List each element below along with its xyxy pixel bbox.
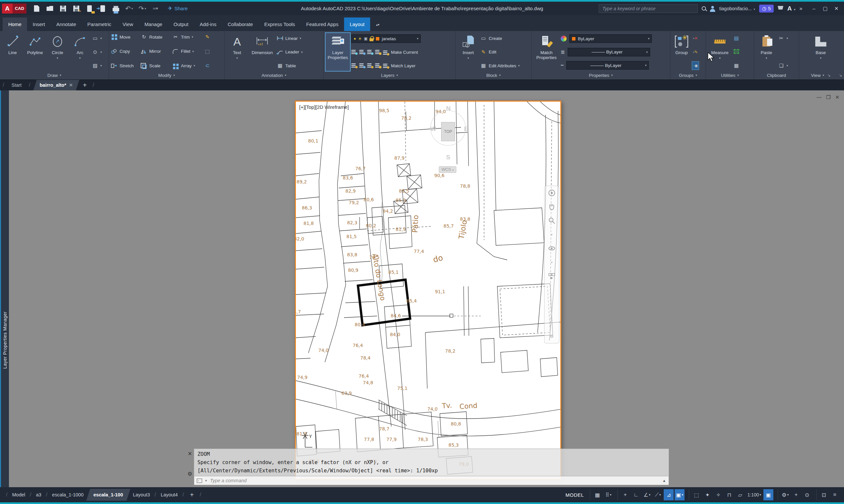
layout-paper-viewport[interactable]: [+][Top][2D Wireframe] xyxy=(295,101,561,480)
new-layout-button[interactable]: + xyxy=(187,491,197,499)
search-icon[interactable] xyxy=(702,6,706,11)
tab-home[interactable]: Home xyxy=(3,17,27,31)
plot-button[interactable] xyxy=(111,5,120,13)
viewcube-south[interactable]: S xyxy=(446,154,450,161)
explode-button[interactable]: ⬚ xyxy=(204,48,211,55)
file-tab-start[interactable]: Start xyxy=(7,80,27,90)
recent-commands-caret[interactable]: ▼ xyxy=(205,479,207,482)
layer-unisolate-button[interactable] xyxy=(359,50,365,55)
panel-title-clipboard[interactable]: Clipboard xyxy=(754,71,799,79)
tab-output[interactable]: Output xyxy=(168,17,194,31)
group-button[interactable]: ✳Group xyxy=(672,33,691,71)
zoom-flyout-caret[interactable]: ▾ xyxy=(548,230,556,239)
command-history[interactable]: ZOOM Specify corner of window, enter a s… xyxy=(194,449,669,476)
cut-button[interactable]: ✂▾ xyxy=(778,34,788,42)
minimize-button[interactable]: – xyxy=(809,4,819,13)
scale-button[interactable]: Scale xyxy=(141,62,171,70)
layer-freeze-button[interactable] xyxy=(367,50,373,55)
open-file-button[interactable] xyxy=(46,5,54,13)
redo-button[interactable]: ↷▾ xyxy=(138,5,147,13)
tab-annotate[interactable]: Annotate xyxy=(51,17,82,31)
wrench-icon[interactable]: ⚙ xyxy=(188,471,192,477)
clean-screen-button[interactable]: ⊡ xyxy=(819,489,829,500)
panel-title-modify[interactable]: Modify▾ xyxy=(109,71,224,79)
new-file-button[interactable] xyxy=(32,5,41,13)
layer-isolate-button[interactable] xyxy=(351,50,357,55)
grid-toggle[interactable]: ▦ xyxy=(592,489,602,500)
polyline-button[interactable]: Polyline xyxy=(24,33,46,71)
doc-minimize-button[interactable]: — xyxy=(816,94,822,100)
leader-button[interactable]: Leader▾ xyxy=(277,48,321,56)
base-button[interactable]: Base▾ xyxy=(810,33,831,71)
layer-lock-button[interactable] xyxy=(375,50,381,55)
copy-button[interactable]: Copy xyxy=(111,48,139,55)
layer-dropdown[interactable]: ● ☀ ▣ janelas ▾ xyxy=(351,34,421,43)
line-button[interactable]: Line xyxy=(2,33,23,71)
tab-express-tools[interactable]: Express Tools xyxy=(259,17,300,31)
layer-unlock-button[interactable] xyxy=(375,63,381,69)
annotation-visibility-toggle[interactable]: ✦ xyxy=(702,489,712,500)
viewcube-east[interactable]: E xyxy=(464,125,468,132)
command-input[interactable]: › ▼ Type a command ▲ xyxy=(194,476,669,485)
quick-select-button[interactable]: ▤ xyxy=(733,34,740,42)
layout-tab-layout3[interactable]: Layout3 xyxy=(131,492,152,498)
model-space-toggle[interactable]: MODEL xyxy=(562,489,588,500)
edit-block-button[interactable]: ✎Edit xyxy=(480,48,529,56)
ribbon-display-toggle[interactable]: ▴▾ xyxy=(374,21,382,28)
undo-button[interactable]: ↶▾ xyxy=(125,5,133,13)
object-snap-toggle[interactable]: ▣▾ xyxy=(675,489,685,500)
zoom-icon[interactable] xyxy=(548,216,556,225)
lineweight-dropdown[interactable]: ——— ByLayer▾ xyxy=(568,48,650,56)
orbit-icon[interactable] xyxy=(548,244,556,253)
share-button[interactable]: ✈ Share xyxy=(168,5,188,12)
offset-button[interactable]: ⊂ xyxy=(204,62,211,70)
viewport-scale-sync-toggle[interactable]: ▣ xyxy=(763,489,773,500)
annotation-autoscale-toggle[interactable]: ✧ xyxy=(713,489,723,500)
group-selection-toggle[interactable]: ▫◉ xyxy=(692,62,699,70)
viewport-controls-label[interactable]: [+][Top][2D Wireframe] xyxy=(299,104,349,110)
layout-tab-layout4[interactable]: Layout4 xyxy=(159,492,180,498)
layout-tab-escala-1-100[interactable]: escala_1-100 xyxy=(86,489,130,501)
array-button[interactable]: Array▾ xyxy=(172,62,203,70)
layer-on-button[interactable] xyxy=(359,63,365,69)
rectangle-tool-button[interactable]: ▭▾ xyxy=(92,34,102,42)
showmotion-icon[interactable] xyxy=(548,272,556,281)
maximize-button[interactable]: ▢ xyxy=(820,4,830,13)
match-layer-button[interactable]: Match Layer xyxy=(383,62,415,70)
text-button[interactable]: AText▾ xyxy=(226,33,248,71)
layout-tab-escala-1-1000[interactable]: escala_1-1000 xyxy=(50,492,86,498)
panel-title-properties[interactable]: Properties▾↘ xyxy=(532,71,670,79)
autodesk-app-button[interactable]: A ▾ xyxy=(787,5,795,12)
workspace-switching-button[interactable]: ⚙▾ xyxy=(780,489,790,500)
circle-button[interactable]: Circle▾ xyxy=(47,33,68,71)
paste-button[interactable]: Paste▾ xyxy=(756,33,777,71)
command-expand-icon[interactable]: ▲ xyxy=(662,479,666,483)
cart-icon[interactable] xyxy=(778,6,783,10)
mirror-button[interactable]: Mirror xyxy=(141,48,171,55)
save-to-web-button[interactable]: ➜ xyxy=(98,5,107,13)
tab-collaborate[interactable]: Collaborate xyxy=(222,17,259,31)
command-close-icon[interactable]: ✕ xyxy=(188,451,192,457)
overflow-chevrons[interactable]: » xyxy=(799,6,803,12)
viewcube[interactable]: N W E S TOP xyxy=(430,106,468,159)
new-drawing-tab-button[interactable]: + xyxy=(80,80,90,90)
panel-launcher-icon[interactable]: ↘ xyxy=(827,73,830,77)
table-button[interactable]: ▦Table xyxy=(277,62,321,70)
panel-title-block[interactable]: Block▾ xyxy=(456,71,531,79)
layer-properties-button[interactable]: Layer Properties xyxy=(326,33,350,71)
panel-title-view[interactable]: View▾↘ xyxy=(799,71,842,79)
edit-attributes-button[interactable]: ▦Edit Attributes▾ xyxy=(480,62,529,70)
panel-title-draw[interactable]: Draw▾ xyxy=(0,71,109,79)
navbar-customize-icon[interactable]: ⊖ xyxy=(548,332,556,340)
file-tab-drawing[interactable]: bairro_alto* ✕ xyxy=(33,80,79,90)
viewport-scale-button[interactable]: 1:100▾ xyxy=(746,489,762,500)
quick-calc-button[interactable]: ▦ xyxy=(733,62,740,70)
object-snap-tracking-toggle[interactable]: ⊿ xyxy=(664,489,674,500)
panel-launcher-icon[interactable]: ↘ xyxy=(839,73,842,77)
viewcube-north[interactable]: N xyxy=(446,105,451,112)
insert-block-button[interactable]: Insert▾ xyxy=(458,33,479,71)
make-current-button[interactable]: Make Current xyxy=(383,49,418,56)
panel-title-groups[interactable]: Groups▾ xyxy=(670,71,706,79)
linear-dim-button[interactable]: Linear▾ xyxy=(277,34,321,42)
panel-title-layers[interactable]: Layers▾ xyxy=(324,71,455,79)
